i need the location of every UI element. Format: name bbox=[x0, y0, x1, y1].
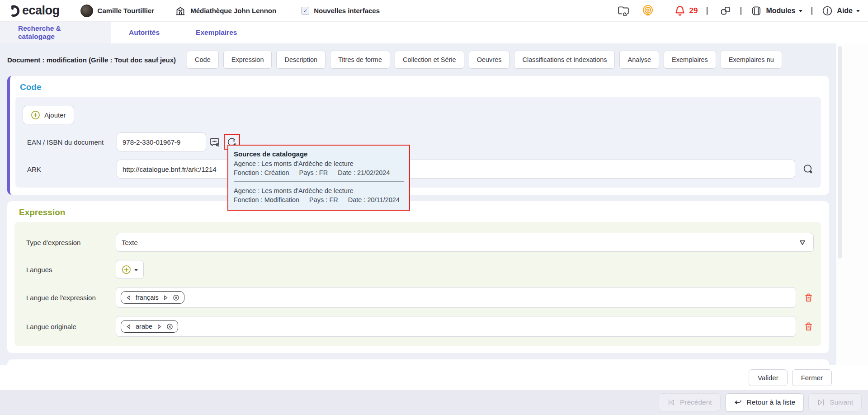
add-langue-button[interactable] bbox=[116, 260, 144, 279]
top-bar: ecalog Camille Tourtillier Médiathèque J… bbox=[0, 0, 868, 22]
scrollbar[interactable] bbox=[838, 46, 842, 259]
decalog-logo: ecalog bbox=[8, 4, 60, 18]
user-menu[interactable]: Camille Tourtillier bbox=[80, 5, 155, 17]
ean-input[interactable] bbox=[117, 132, 206, 151]
sources-catalogage-tooltip: Sources de catalogage Agence : Les monts… bbox=[227, 145, 410, 211]
ean-label: EAN / ISBN du document bbox=[27, 138, 117, 146]
help-icon bbox=[821, 5, 833, 17]
aide-menu[interactable]: Aide bbox=[821, 5, 860, 17]
valider-button[interactable]: Valider bbox=[749, 369, 788, 386]
type-expression-select[interactable]: Texte bbox=[116, 233, 814, 252]
brand-text: ecalog bbox=[22, 4, 60, 18]
section-button-description[interactable]: Description bbox=[276, 51, 326, 69]
separator bbox=[741, 7, 741, 15]
notifications[interactable]: 29 bbox=[674, 5, 698, 17]
type-expression-value: Texte bbox=[122, 239, 138, 246]
section-button-code[interactable]: Code bbox=[187, 51, 219, 69]
skip-previous-icon bbox=[667, 398, 675, 406]
code-panel: Ajouter EAN / ISBN du document bbox=[15, 97, 821, 188]
tab-exemplaires[interactable]: Exemplaires bbox=[178, 22, 255, 43]
tooltip-date: Date : 20/11/2024 bbox=[348, 195, 400, 204]
langue-expression-field[interactable]: français bbox=[116, 287, 796, 308]
langue-originale-field[interactable]: arabe bbox=[116, 316, 796, 337]
tooltip-fonction: Fonction : Modification bbox=[234, 195, 299, 204]
chip-left-icon[interactable] bbox=[126, 324, 132, 330]
user-name: Camille Tourtillier bbox=[98, 7, 155, 14]
langues-row: Langues bbox=[22, 260, 814, 279]
search-icon[interactable] bbox=[802, 163, 814, 175]
tooltip-agence: Agence : Les monts d'Ardèche de lecture bbox=[234, 159, 404, 168]
checked-checkbox[interactable]: ✓ bbox=[302, 7, 309, 14]
chip-right-icon[interactable] bbox=[163, 295, 169, 301]
chip-right-icon[interactable] bbox=[156, 324, 162, 330]
tab-bar: Recherche & catalogage Autorités Exempla… bbox=[0, 22, 868, 43]
type-expression-row: Type d'expression Texte bbox=[22, 233, 814, 252]
langue-chip-label: arabe bbox=[136, 323, 152, 330]
section-toolbar: Document : modification (Grille : Tout d… bbox=[7, 51, 829, 69]
modules-label: Modules bbox=[766, 7, 795, 15]
footer-nav: Précédent Retour à la liste Suivant bbox=[0, 390, 868, 415]
trash-icon[interactable] bbox=[803, 292, 814, 303]
langue-chip: arabe bbox=[121, 320, 178, 333]
tooltip-date: Date : 21/02/2024 bbox=[338, 168, 390, 177]
plus-circle-icon bbox=[31, 110, 40, 120]
comment-search-icon[interactable] bbox=[209, 137, 221, 148]
ean-row: EAN / ISBN du document bbox=[23, 132, 814, 151]
chip-remove-icon[interactable] bbox=[166, 323, 173, 330]
modules-menu[interactable]: Modules bbox=[750, 5, 802, 17]
section-button-exemplaires-numeriques[interactable]: Exemplaires nu bbox=[721, 51, 782, 69]
aide-label: Aide bbox=[837, 7, 853, 15]
expression-panel: Type d'expression Texte Langues bbox=[14, 222, 821, 346]
separator bbox=[811, 7, 812, 15]
chevron-down-icon bbox=[134, 269, 138, 271]
tooltip-pays: Pays : FR bbox=[299, 168, 328, 177]
section-button-analyse[interactable]: Analyse bbox=[619, 51, 659, 69]
new-interfaces-toggle[interactable]: ✓ Nouvelles interfaces bbox=[302, 7, 380, 14]
langue-expression-label: Langue de l'expression bbox=[26, 294, 116, 302]
section-button-classifications[interactable]: Classifications et Indexations bbox=[514, 51, 615, 69]
section-button-expression[interactable]: Expression bbox=[223, 51, 272, 69]
tooltip-entry: Agence : Les monts d'Ardèche de lecture … bbox=[234, 186, 404, 204]
folder-cloud-icon[interactable] bbox=[618, 5, 629, 17]
user-avatar bbox=[80, 5, 93, 17]
tab-autorites[interactable]: Autorités bbox=[111, 22, 178, 43]
expression-heading: Expression bbox=[19, 208, 821, 217]
retour-liste-button[interactable]: Retour à la liste bbox=[725, 393, 804, 412]
fermer-button[interactable]: Fermer bbox=[792, 369, 832, 386]
plus-circle-icon bbox=[122, 265, 131, 274]
tooltip-entry: Agence : Les monts d'Ardèche de lecture … bbox=[234, 159, 404, 177]
link-icon[interactable] bbox=[720, 5, 731, 17]
modules-icon bbox=[750, 5, 762, 17]
home-library-icon bbox=[175, 5, 186, 16]
library-menu[interactable]: Médiathèque John Lennon bbox=[175, 5, 276, 16]
dropdown-icon bbox=[798, 238, 807, 247]
top-right-icons: 29 Modules Aide bbox=[614, 5, 860, 17]
action-bar: Valider Fermer bbox=[0, 365, 868, 390]
trash-icon[interactable] bbox=[803, 321, 814, 332]
section-button-exemplaires[interactable]: Exemplaires bbox=[664, 51, 716, 69]
section-button-collection-et-serie[interactable]: Collection et Série bbox=[395, 51, 464, 69]
skip-next-icon bbox=[817, 398, 825, 406]
tab-recherche-catalogage[interactable]: Recherche & catalogage bbox=[0, 22, 111, 43]
chip-remove-icon[interactable] bbox=[173, 294, 179, 301]
langue-originale-label: Langue originale bbox=[26, 323, 116, 330]
page-title: Document : modification (Grille : Tout d… bbox=[7, 56, 176, 64]
suivant-button[interactable]: Suivant bbox=[808, 393, 862, 411]
broadcast-icon[interactable] bbox=[642, 5, 654, 17]
section-button-titres-de-forme[interactable]: Titres de forme bbox=[330, 51, 390, 69]
tooltip-details: Fonction : Modification Pays : FR Date :… bbox=[234, 195, 404, 204]
separator bbox=[707, 7, 708, 15]
langue-chip: français bbox=[121, 291, 184, 304]
ark-row: ARK bbox=[23, 160, 814, 179]
tooltip-title: Sources de catalogage bbox=[234, 150, 404, 159]
section-button-oeuvres[interactable]: Oeuvres bbox=[469, 51, 510, 69]
precedent-button[interactable]: Précédent bbox=[659, 393, 721, 411]
ark-input[interactable] bbox=[117, 160, 795, 179]
chip-left-icon[interactable] bbox=[126, 295, 132, 301]
suivant-label: Suivant bbox=[830, 398, 853, 406]
add-code-button[interactable]: Ajouter bbox=[23, 106, 74, 124]
notification-count: 29 bbox=[689, 6, 698, 15]
type-expression-label: Type d'expression bbox=[26, 239, 116, 246]
return-icon bbox=[734, 398, 742, 407]
brand-d-icon bbox=[8, 4, 22, 18]
